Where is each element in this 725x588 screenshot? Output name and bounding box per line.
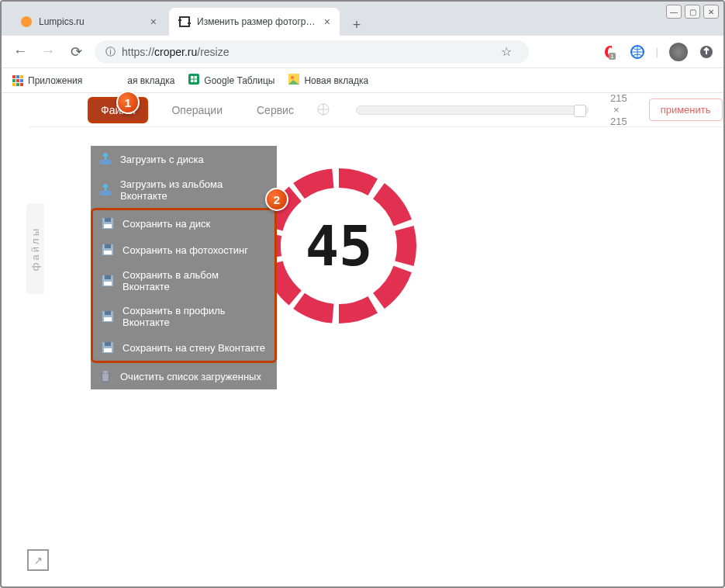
slider-thumb[interactable] <box>574 105 586 117</box>
size-slider[interactable] <box>356 105 589 115</box>
extension-icons: 1 | <box>603 43 714 61</box>
maximize-button[interactable]: ▢ <box>685 5 700 19</box>
floppy-icon <box>101 341 115 355</box>
url-path: /resize <box>197 46 229 58</box>
service-menu-button[interactable]: Сервис <box>246 99 305 121</box>
svg-rect-25 <box>104 282 112 285</box>
height-value: 215 <box>610 116 627 127</box>
item-label: Сохранить на стену Вконтакте <box>123 342 265 354</box>
url-protocol: https:// <box>122 46 154 58</box>
size-separator: × <box>613 104 620 116</box>
apps-grid-icon <box>12 75 23 86</box>
svg-rect-30 <box>105 342 111 346</box>
item-label: Сохранить на диск <box>123 218 210 230</box>
callout-1: 1 <box>116 91 140 114</box>
profile-avatar[interactable] <box>669 43 688 61</box>
svg-rect-16 <box>100 191 111 195</box>
svg-rect-15 <box>100 160 111 164</box>
upload-from-vk-item[interactable]: Загрузить из альбома Вконтакте <box>91 172 277 208</box>
save-vk-album-item[interactable]: Сохранить в альбом Вконтакте <box>93 263 274 299</box>
url-text: https://croper.ru/resize <box>122 46 230 58</box>
opera-ext-icon[interactable]: 1 <box>603 44 619 60</box>
upload-disk-icon <box>98 152 112 166</box>
minimize-button[interactable]: — <box>666 5 682 19</box>
upload-vk-icon <box>98 183 112 197</box>
svg-rect-19 <box>104 224 112 228</box>
upload-from-disk-item[interactable]: Загрузить с диска <box>91 146 277 172</box>
address-bar: ← → ⟳ ⓘ https://croper.ru/resize ☆ 1 | <box>2 36 723 68</box>
item-label: Очистить список загруженных <box>120 371 261 382</box>
site-info-icon[interactable]: ⓘ <box>105 45 116 59</box>
tab-title: Lumpics.ru <box>39 16 144 27</box>
svg-rect-32 <box>103 371 108 373</box>
reload-button[interactable]: ⟳ <box>67 43 85 61</box>
svg-rect-18 <box>105 218 111 222</box>
bookmark-label: Google Таблицы <box>204 75 274 86</box>
svg-rect-24 <box>105 275 111 279</box>
floppy-icon <box>101 216 115 230</box>
logo-number: 45 <box>306 213 373 278</box>
bookmark-label: Новая вкладка <box>304 75 368 86</box>
save-vk-profile-item[interactable]: Сохранить в профиль Вконтакте <box>93 299 274 334</box>
crop-favicon-icon <box>178 16 191 28</box>
svg-rect-27 <box>105 311 111 315</box>
save-to-disk-item[interactable]: Сохранить на диск <box>93 210 274 237</box>
tab-lumpics[interactable]: Lumpics.ru × <box>11 8 166 36</box>
operations-menu-button[interactable]: Операции <box>161 99 233 121</box>
new-tab-button[interactable]: + <box>346 14 368 36</box>
svg-rect-2 <box>178 19 181 21</box>
apps-label: Приложения <box>28 75 82 86</box>
lumpics-favicon-icon <box>20 16 33 28</box>
sheets-icon <box>188 74 199 87</box>
files-side-tab[interactable]: файлы <box>26 203 44 294</box>
google-sheets-bookmark[interactable]: Google Таблицы <box>188 74 274 87</box>
url-domain: croper.ru <box>154 46 197 58</box>
tab-strip: Lumpics.ru × Изменить размер фотографии … <box>2 2 723 36</box>
tab-close-icon[interactable]: × <box>150 16 157 28</box>
item-label: Загрузить из альбома Вконтакте <box>120 178 269 202</box>
bookmark-star-icon[interactable]: ☆ <box>501 44 512 59</box>
upload-icon[interactable] <box>699 44 714 60</box>
callout-2: 2 <box>265 188 288 211</box>
save-to-hosting-item[interactable]: Сохранить на фотохостинг <box>93 237 274 263</box>
item-label: Сохранить в альбом Вконтакте <box>123 269 267 292</box>
width-value: 215 <box>610 92 627 104</box>
size-display: 215 × 215 <box>610 92 627 127</box>
svg-point-13 <box>291 76 294 79</box>
tab-title: Изменить размер фотографии <box>197 16 318 27</box>
svg-point-0 <box>21 16 32 27</box>
apps-bookmark[interactable]: Приложения <box>12 75 82 86</box>
item-label: Загрузить с диска <box>120 154 204 165</box>
newtab-bookmark-2[interactable]: Новая вкладка <box>288 74 368 87</box>
svg-rect-1 <box>180 17 189 26</box>
floppy-icon <box>101 274 115 288</box>
external-link-icon[interactable]: ↗ <box>27 549 49 571</box>
item-label: Сохранить на фотохостинг <box>123 244 248 256</box>
floppy-icon <box>101 310 115 323</box>
window-controls: — ▢ ✕ <box>666 5 719 19</box>
bookmark-label: ая вкладка <box>127 75 174 86</box>
trash-icon <box>98 369 112 383</box>
floppy-icon <box>101 243 115 257</box>
files-dropdown: Загрузить с диска Загрузить из альбома В… <box>91 146 277 389</box>
tab-close-icon[interactable]: × <box>324 16 330 28</box>
svg-rect-22 <box>104 251 112 254</box>
forward-button[interactable]: → <box>39 43 57 60</box>
tab-croper[interactable]: Изменить размер фотографии × <box>169 8 340 36</box>
image-icon <box>288 74 299 87</box>
svg-rect-3 <box>188 22 191 24</box>
close-button[interactable]: ✕ <box>703 5 719 19</box>
svg-rect-31 <box>104 348 112 352</box>
svg-rect-21 <box>105 244 111 248</box>
apply-button[interactable]: применить <box>649 99 723 121</box>
globe-ext-icon[interactable] <box>630 44 645 60</box>
globe-small-icon[interactable] <box>317 103 330 117</box>
item-label: Сохранить в профиль Вконтакте <box>123 305 267 328</box>
save-vk-wall-item[interactable]: Сохранить на стену Вконтакте <box>93 334 274 361</box>
url-box[interactable]: ⓘ https://croper.ru/resize ☆ <box>95 40 529 64</box>
back-button[interactable]: ← <box>11 43 29 60</box>
newtab-bookmark-1[interactable]: ая вкладка <box>127 75 174 86</box>
bookmarks-bar: Приложения ая вкладка Google Таблицы Нов… <box>2 68 723 93</box>
clear-list-item[interactable]: Очистить список загруженных <box>91 363 277 389</box>
save-options-group: Сохранить на диск Сохранить на фотохости… <box>91 208 277 363</box>
